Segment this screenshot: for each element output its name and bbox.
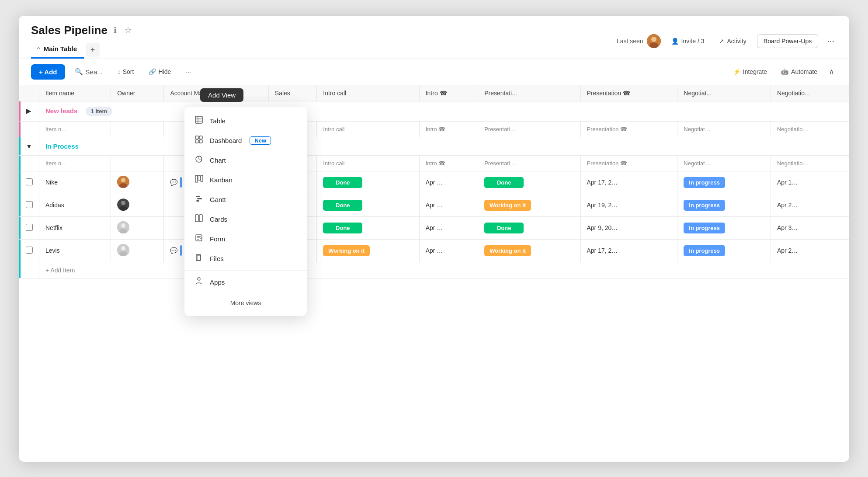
svg-rect-13	[197, 198, 202, 199]
new-leads-intro-col: Intro call	[317, 121, 419, 137]
dropdown-item-cards[interactable]: Cards	[184, 209, 307, 229]
chart-icon	[194, 155, 204, 165]
new-leads-introp-col: Intro ☎	[419, 121, 478, 137]
tab-main-table-label: Main Table	[44, 45, 77, 52]
cell-levis-pres-date: Apr 17, 2…	[580, 239, 677, 262]
app-window: Sales Pipeline ℹ ☆ ⌂ Main Table + Add Vi…	[19, 16, 849, 462]
group-bar-inprocess	[19, 137, 21, 155]
cell-levis-negotiatio: Apr 2…	[771, 239, 849, 262]
col-presentation-phone[interactable]: Presentation ☎	[580, 85, 677, 101]
kanban-icon	[194, 175, 204, 185]
activity-label: Activity	[727, 38, 746, 45]
group-name-inprocess[interactable]: In Process	[39, 137, 849, 155]
title-row: Sales Pipeline ℹ ☆	[31, 24, 133, 37]
group-chevron-new[interactable]: ▶	[26, 107, 31, 115]
group-name-new[interactable]: New leads 1 Item	[39, 101, 849, 121]
last-seen-label: Last seen	[617, 38, 643, 45]
col-negotiatio[interactable]: Negotiatio...	[771, 85, 849, 101]
header-right: Last seen 👤 Invite / 3 ↗ Activity Board …	[617, 33, 837, 49]
dropdown-item-chart[interactable]: Chart	[184, 150, 307, 170]
more-options-button[interactable]: ···	[824, 33, 837, 49]
cell-adidas-presentation: Working on it	[478, 194, 580, 216]
row-checkbox-nike[interactable]	[26, 178, 33, 185]
cards-icon	[194, 214, 204, 224]
invite-button[interactable]: 👤 Invite / 3	[667, 35, 709, 47]
cell-netflix-name: Netflix	[39, 216, 111, 239]
row-checkbox-adidas[interactable]	[26, 201, 33, 208]
dropdown-menu: Table	[184, 107, 307, 316]
col-negotiat[interactable]: Negotiat...	[677, 85, 771, 101]
add-view-button[interactable]: +	[86, 43, 100, 57]
more-views-button[interactable]: More views	[184, 294, 307, 312]
cell-adidas-negotiatio: Apr 2…	[771, 194, 849, 216]
dropdown-item-files[interactable]: Files	[184, 249, 307, 268]
new-leads-neg-col: Negotiat…	[677, 121, 771, 137]
hide-icon: 🔗	[149, 68, 156, 75]
in-process-pres-col: Presentati…	[478, 155, 580, 171]
group-header-in-process[interactable]: ▼ In Process	[19, 137, 849, 155]
sort-button[interactable]: ↕ Sort	[112, 65, 139, 79]
header-left: Sales Pipeline ℹ ☆ ⌂ Main Table + Add Vi…	[31, 24, 133, 59]
cell-nike-negotiat: In progress	[677, 171, 771, 194]
integrate-button[interactable]: ⚡ Integrate	[728, 65, 772, 78]
activity-button[interactable]: ↗ Activity	[715, 35, 750, 47]
add-item-label[interactable]: + Add Item	[39, 262, 849, 278]
add-button[interactable]: + Add	[31, 64, 65, 80]
add-item-row[interactable]: + Add Item	[19, 262, 849, 278]
cell-netflix-negotiatio: Apr 3…	[771, 216, 849, 239]
col-presentation[interactable]: Presentati...	[478, 85, 580, 101]
dropdown-item-apps[interactable]: Apps	[184, 272, 307, 292]
tab-main-table[interactable]: ⌂ Main Table	[31, 42, 84, 59]
collapse-button[interactable]: ∧	[826, 64, 837, 79]
col-intro-phone[interactable]: Intro ☎	[419, 85, 478, 101]
col-checkbox	[19, 85, 39, 101]
main-table: Item name Owner Account Manager Sales In…	[19, 85, 849, 279]
row-checkbox-levis[interactable]	[26, 247, 33, 254]
progress-bar	[180, 177, 182, 188]
dropdown-item-form[interactable]: Form	[184, 229, 307, 249]
row-checkbox-netflix[interactable]	[26, 224, 33, 231]
table-row[interactable]: Adidas Done Apr …	[19, 194, 849, 216]
svg-point-23	[198, 278, 200, 280]
svg-rect-4	[195, 136, 198, 139]
svg-rect-7	[199, 140, 202, 143]
group-chevron-inprocess[interactable]: ▼	[26, 143, 32, 150]
avatar-netflix-owner	[117, 221, 129, 233]
search-button[interactable]: 🔍 Sea...	[69, 64, 108, 79]
dropdown-overlay: Add View	[184, 90, 307, 316]
cell-nike-negotiatio: Apr 1…	[771, 171, 849, 194]
dropdown-item-kanban[interactable]: Kanban	[184, 170, 307, 190]
svg-point-28	[121, 178, 125, 182]
in-process-introp-col: Intro ☎	[419, 155, 478, 171]
col-owner[interactable]: Owner	[111, 85, 164, 101]
invite-label: Invite / 3	[681, 38, 705, 45]
menu-divider	[184, 270, 307, 271]
col-intro-call[interactable]: Intro call	[317, 85, 419, 101]
dropdown-item-table[interactable]: Table	[184, 111, 307, 131]
dropdown-dashboard-label: Dashboard	[210, 137, 242, 144]
table-row[interactable]: Levis 💬 Amazon	[19, 239, 849, 262]
more-toolbar-button[interactable]: ···	[181, 65, 196, 79]
board-powerups-button[interactable]: Board Power-Ups	[757, 34, 819, 48]
table-row[interactable]: Netflix Done Apr	[19, 216, 849, 239]
files-icon	[194, 254, 204, 264]
dropdown-chart-label: Chart	[210, 157, 226, 164]
group-header-new-leads[interactable]: ▶ New leads 1 Item	[19, 101, 849, 121]
dropdown-item-dashboard[interactable]: Dashboard New	[184, 131, 307, 150]
page-title: Sales Pipeline	[31, 24, 108, 37]
search-label: Sea...	[86, 68, 103, 76]
info-icon[interactable]: ℹ	[112, 24, 118, 36]
automate-button[interactable]: 🤖 Automate	[776, 65, 823, 78]
svg-point-40	[121, 223, 125, 228]
table-row[interactable]: Nike 💬	[19, 171, 849, 194]
cell-levis-negotiat: In progress	[677, 239, 771, 262]
col-item[interactable]: Item name	[39, 85, 111, 101]
dashboard-new-badge: New	[250, 136, 271, 145]
dropdown-apps-label: Apps	[210, 279, 225, 286]
dropdown-item-gantt[interactable]: Gantt	[184, 190, 307, 209]
hide-button[interactable]: 🔗 Hide	[143, 65, 176, 79]
in-process-presp-col: Presentation ☎	[580, 155, 677, 171]
dropdown-form-label: Form	[210, 235, 225, 243]
main-content: Item name Owner Account Manager Sales In…	[19, 85, 849, 279]
star-icon[interactable]: ☆	[123, 24, 133, 36]
